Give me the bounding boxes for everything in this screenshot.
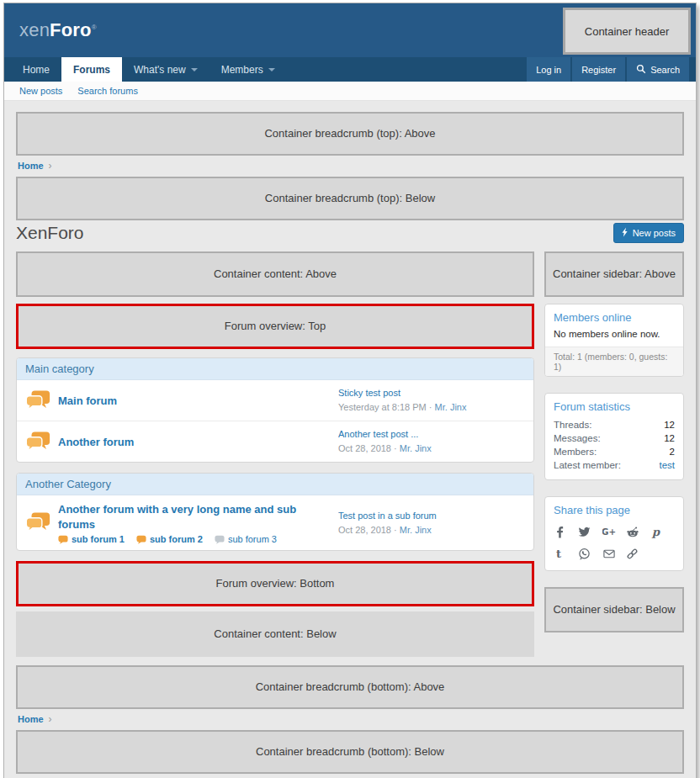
container-content-above-placeholder: Container content: Above	[16, 251, 534, 297]
nav-tab-home[interactable]: Home	[11, 57, 61, 82]
latest-member-link[interactable]: test	[659, 460, 675, 470]
subforum-label: sub forum 3	[228, 534, 277, 544]
last-post-user-link[interactable]: Mr. Jinx	[435, 402, 467, 412]
forum-link[interactable]: Another forum with a very long name and …	[58, 503, 296, 531]
forum-bubbles-icon	[25, 431, 50, 453]
nav-tab-members[interactable]: Members	[209, 57, 287, 82]
nav-tabs: HomeForumsWhat's newMembers	[11, 57, 287, 82]
stat-label: Messages:	[554, 433, 601, 443]
share-block: Share this page G+pt	[544, 496, 684, 571]
subnav-link[interactable]: New posts	[19, 86, 62, 96]
page: xenForo® Container header HomeForumsWhat…	[3, 3, 697, 778]
category-title: Main category	[17, 358, 533, 380]
members-online-title[interactable]: Members online	[545, 304, 683, 328]
members-online-empty-text: No members online now.	[545, 328, 683, 347]
meta-separator: ·	[394, 525, 397, 535]
stat-value: 2	[670, 447, 675, 457]
login-label: Log in	[536, 65, 561, 75]
content-column: Container content: Above Forum overview:…	[16, 251, 534, 664]
link-icon[interactable]	[626, 548, 650, 560]
nav-tab-label: What's new	[134, 64, 186, 76]
subforum-link[interactable]: sub forum 2	[136, 534, 203, 544]
meta-separator: ·	[429, 402, 432, 412]
subforum-bubble-icon	[58, 535, 68, 544]
login-button[interactable]: Log in	[527, 57, 570, 82]
forum-main: Main forum	[58, 393, 331, 408]
search-button[interactable]: Search	[627, 57, 689, 82]
chevron-down-icon	[268, 68, 275, 71]
last-post-date: Oct 28, 2018	[338, 443, 391, 453]
category-title: Another Category	[17, 474, 533, 495]
forum-link[interactable]: Another forum	[58, 436, 134, 448]
search-label: Search	[650, 65, 680, 75]
last-post-user-link[interactable]: Mr. Jinx	[400, 525, 432, 535]
twitter-icon[interactable]	[578, 526, 602, 538]
stat-row: Members:2	[554, 445, 675, 458]
subforum-link[interactable]: sub forum 3	[215, 534, 277, 544]
nav-tab-label: Home	[23, 64, 50, 76]
nav-tab-label: Members	[221, 64, 263, 76]
last-post-title-link[interactable]: Test post in a sub forum	[338, 509, 525, 523]
last-post-dateline: Oct 28, 2018 · Mr. Jinx	[338, 523, 525, 537]
container-breadcrumb-bottom-below-placeholder: Container breadcrumb (bottom): Below	[16, 730, 684, 774]
stat-row: Messages:12	[554, 431, 675, 445]
breadcrumb-home-link[interactable]: Home	[18, 161, 44, 171]
container-sidebar-below-placeholder: Container sidebar: Below	[544, 587, 684, 632]
nav-tab-what-s-new[interactable]: What's new	[122, 57, 209, 82]
members-online-block: Members online No members online now. To…	[544, 304, 684, 377]
breadcrumb: Home ›	[18, 160, 682, 172]
last-post-meta: Test post in a sub forumOct 28, 2018 · M…	[338, 509, 525, 537]
nav-tab-forums[interactable]: Forums	[61, 57, 122, 82]
reddit-icon[interactable]	[626, 526, 650, 538]
stat-value: 12	[664, 433, 675, 443]
forum-overview-top-placeholder: Forum overview: Top	[16, 304, 534, 349]
last-post-user-link[interactable]: Mr. Jinx	[400, 443, 432, 453]
container-sidebar-above-placeholder: Container sidebar: Above	[544, 251, 684, 297]
container-content-below-placeholder: Container content: Below	[16, 611, 534, 657]
pinterest-icon[interactable]: p	[650, 526, 675, 538]
register-label: Register	[581, 65, 616, 75]
last-post-title-link[interactable]: Another test post ...	[338, 427, 525, 442]
container-breadcrumb-top-below-placeholder: Container breadcrumb (top): Below	[16, 177, 684, 220]
container-breadcrumb-bottom-above-placeholder: Container breadcrumb (bottom): Above	[16, 665, 684, 709]
stat-row: Latest member:test	[554, 458, 675, 472]
subnav: New postsSearch forums	[4, 82, 696, 101]
subnav-link[interactable]: Search forums	[77, 86, 138, 96]
new-posts-button[interactable]: New posts	[613, 223, 684, 243]
stat-label: Threads:	[554, 420, 591, 430]
last-post-dateline: Yesterday at 8:18 PM · Mr. Jinx	[338, 400, 525, 415]
xenforo-logo[interactable]: xenForo®	[19, 19, 97, 41]
logo-xen: xen	[19, 19, 50, 40]
forum-link[interactable]: Main forum	[58, 394, 117, 407]
subforum-label: sub forum 1	[72, 534, 125, 544]
last-post-meta: Sticky test postYesterday at 8:18 PM · M…	[338, 386, 525, 415]
forum-main: Another forum with a very long name and …	[58, 501, 331, 544]
last-post-date: Yesterday at 8:18 PM	[338, 402, 427, 412]
subforum-link[interactable]: sub forum 1	[58, 534, 125, 544]
nav-tab-label: Forums	[73, 64, 110, 76]
whatsapp-icon[interactable]	[578, 548, 602, 560]
site-header: xenForo® Container header	[4, 3, 696, 57]
breadcrumb-separator: ›	[49, 713, 52, 725]
logo-foro: Foro	[50, 19, 92, 40]
breadcrumb-home-link[interactable]: Home	[18, 714, 44, 724]
email-icon[interactable]	[602, 548, 627, 560]
forum-row: Main forumSticky test postYesterday at 8…	[17, 380, 533, 421]
breadcrumb-separator: ›	[49, 160, 52, 172]
forum-main: Another forum	[58, 434, 331, 449]
subforum-bubble-icon	[215, 535, 225, 544]
container-breadcrumb-top-above-placeholder: Container breadcrumb (top): Above	[16, 112, 684, 156]
members-online-total: Total: 1 (members: 0, guests: 1)	[545, 347, 683, 376]
last-post-title-link[interactable]: Sticky test post	[338, 386, 525, 400]
new-posts-label: New posts	[633, 228, 676, 238]
google-plus-icon[interactable]: G+	[602, 526, 627, 538]
facebook-icon[interactable]	[554, 526, 578, 538]
register-button[interactable]: Register	[572, 57, 625, 82]
forum-overview-bottom-placeholder: Forum overview: Bottom	[16, 561, 534, 606]
svg-text:t: t	[556, 548, 561, 560]
sidebar: Container sidebar: Above Members online …	[544, 251, 684, 632]
stat-value: 12	[664, 420, 675, 430]
subforum-label: sub forum 2	[150, 534, 203, 544]
forum-statistics-block: Forum statistics Threads:12Messages:12Me…	[544, 393, 684, 480]
tumblr-icon[interactable]: t	[554, 548, 578, 560]
